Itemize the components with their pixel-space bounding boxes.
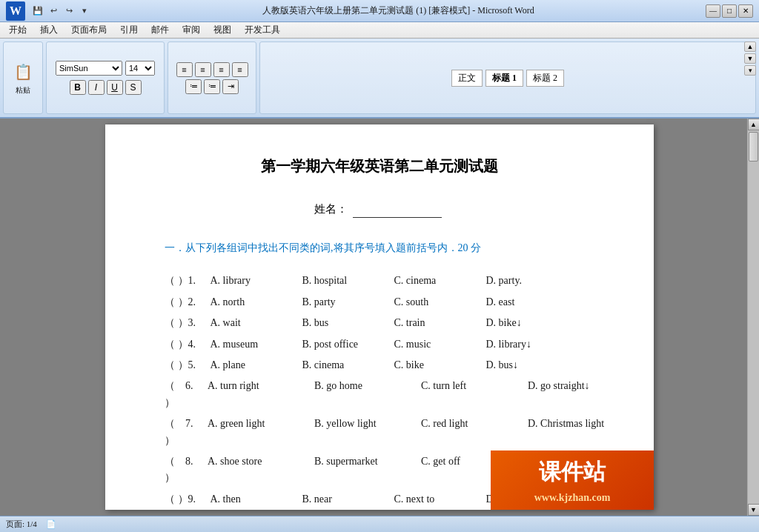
quick-access-toolbar: 💾 ↩ ↪ ▾ <box>31 4 91 18</box>
q8-paren: （ ） <box>165 453 185 487</box>
q1-c: C. cinema <box>394 273 483 289</box>
ribbon-right-controls: ▲ ▼ ▾ <box>744 41 756 76</box>
menu-page-layout[interactable]: 页面布局 <box>65 22 113 38</box>
spacer-3 <box>165 262 594 273</box>
strikethrough-button[interactable]: S <box>125 80 142 95</box>
vertical-scrollbar[interactable]: ▲ ▼ <box>747 119 759 516</box>
status-bar: 页面: 1/4 📄 <box>0 516 759 532</box>
q4-d: D. library↓ <box>486 336 575 353</box>
q9-c: C. next to <box>394 491 483 508</box>
q4-paren: （ ） <box>165 336 188 353</box>
spacer-2 <box>165 230 594 240</box>
q2-b: B. party <box>302 294 391 310</box>
menu-view[interactable]: 视图 <box>208 22 237 38</box>
underline-button[interactable]: U <box>107 80 123 95</box>
heading1-style[interactable]: 标题 1 <box>485 70 523 87</box>
name-label: 姓名： <box>314 203 348 215</box>
scroll-track[interactable] <box>748 130 759 504</box>
q1-b: B. hospital <box>302 273 391 289</box>
q2-paren: （ ） <box>165 294 188 310</box>
font-family-select[interactable]: SimSun <box>56 61 122 76</box>
q6-d: D. go straight↓ <box>528 378 632 394</box>
menu-review[interactable]: 审阅 <box>176 22 206 38</box>
redo-qa-btn[interactable]: ↪ <box>62 4 76 18</box>
q3-num: 3. <box>188 315 211 331</box>
q1-d: D. party. <box>486 273 575 289</box>
q7-a: A. green light <box>208 416 311 432</box>
maximize-button[interactable]: □ <box>722 4 737 18</box>
menu-mail[interactable]: 邮件 <box>145 22 175 38</box>
q3-b: B. bus <box>302 315 391 331</box>
ribbon-group-styles: 正文 标题 1 标题 2 <box>259 41 756 114</box>
align-left-button[interactable]: ≡ <box>176 62 193 77</box>
menu-bar: 开始 插入 页面布局 引用 邮件 审阅 视图 开发工具 <box>0 22 759 39</box>
q9-paren: （ ） <box>165 491 188 508</box>
status-doc-icon: 📄 <box>46 519 56 529</box>
ribbon-scroll-down[interactable]: ▼ <box>744 53 756 64</box>
table-row: （ ） 4. A. museum B. post office C. music… <box>165 336 594 353</box>
q4-a: A. museum <box>211 336 299 353</box>
paste-button[interactable]: 📋 粘贴 <box>8 57 38 99</box>
q8-b: B. supermarket <box>314 453 418 470</box>
menu-insert[interactable]: 插入 <box>34 22 64 38</box>
font-size-select[interactable]: 14 <box>125 61 155 76</box>
table-row: （ ） 1. A. library B. hospital C. cinema … <box>165 273 594 289</box>
document-title: 第一学期六年级英语第二单元测试题 <box>165 154 594 178</box>
document-area: 第一学期六年级英语第二单元测试题 姓名： 一．从下列各组词中找出不同类的词,将其… <box>0 119 759 516</box>
ribbon-expand[interactable]: ▾ <box>744 65 756 76</box>
q6-b: B. go home <box>314 378 418 394</box>
bold-button[interactable]: B <box>70 80 86 95</box>
q5-d: D. bus↓ <box>486 357 575 373</box>
q8-num: 8. <box>185 453 208 470</box>
ribbon-group-paragraph: ≡ ≡ ≡ ≡ ≔ ≔ ⇥ <box>168 41 256 114</box>
dropdown-qa-btn[interactable]: ▾ <box>78 4 91 18</box>
ribbon-scroll-up[interactable]: ▲ <box>744 41 756 52</box>
q2-d: D. east <box>486 294 575 310</box>
numbered-list-button[interactable]: ≔ <box>204 79 220 94</box>
q7-num: 7. <box>185 416 208 432</box>
justify-button[interactable]: ≡ <box>232 62 248 77</box>
name-line: 姓名： <box>165 200 594 218</box>
menu-reference[interactable]: 引用 <box>114 22 144 38</box>
q2-num: 2. <box>188 294 211 310</box>
align-center-button[interactable]: ≡ <box>195 62 211 77</box>
watermark-line2: www.kjzhan.com <box>534 490 611 506</box>
q6-a: A. turn right <box>208 378 311 394</box>
q3-choices: A. wait B. bus C. train D. bike↓ <box>211 315 595 331</box>
indent-button[interactable]: ⇥ <box>222 79 239 94</box>
ribbon: 📋 粘贴 SimSun 14 B I U S ≡ ≡ ≡ ≡ ≔ ≔ <box>0 39 759 119</box>
q9-b: B. near <box>302 491 391 508</box>
menu-dev-tools[interactable]: 开发工具 <box>239 22 286 38</box>
q4-choices: A. museum B. post office C. music D. lib… <box>211 336 595 353</box>
q7-choices: A. green light B. yellow light C. red li… <box>208 416 632 432</box>
table-row: （ ） 7. A. green light B. yellow light C.… <box>165 416 594 449</box>
q6-choices: A. turn right B. go home C. turn left D.… <box>208 378 632 394</box>
heading2-style[interactable]: 标题 2 <box>526 70 564 87</box>
q3-paren: （ ） <box>165 315 188 331</box>
q4-c: C. music <box>394 336 483 353</box>
q6-c: C. turn left <box>421 378 525 394</box>
scroll-down-button[interactable]: ▼ <box>748 504 760 516</box>
document-page[interactable]: 第一学期六年级英语第二单元测试题 姓名： 一．从下列各组词中找出不同类的词,将其… <box>105 124 654 510</box>
table-row: （ ） 2. A. north B. party C. south D. eas… <box>165 294 594 310</box>
q4-b: B. post office <box>302 336 391 353</box>
normal-style[interactable]: 正文 <box>451 70 483 87</box>
q5-a: A. plane <box>211 357 299 373</box>
q9-a: A. then <box>211 491 299 508</box>
q7-b: B. yellow light <box>314 416 418 432</box>
scroll-thumb[interactable] <box>749 132 758 162</box>
ribbon-group-clipboard: 📋 粘贴 <box>3 41 43 114</box>
close-button[interactable]: ✕ <box>738 4 753 18</box>
bullet-list-button[interactable]: ≔ <box>185 79 202 94</box>
q6-num: 6. <box>185 378 208 394</box>
save-qa-btn[interactable]: 💾 <box>31 4 44 18</box>
undo-qa-btn[interactable]: ↩ <box>47 4 60 18</box>
scroll-up-button[interactable]: ▲ <box>748 119 760 130</box>
minimize-button[interactable]: — <box>706 4 720 18</box>
italic-button[interactable]: I <box>88 80 105 95</box>
menu-start[interactable]: 开始 <box>3 22 33 38</box>
watermark: 课件站 www.kjzhan.com <box>491 450 654 510</box>
q2-choices: A. north B. party C. south D. east <box>211 294 595 310</box>
q1-num: 1. <box>188 273 211 289</box>
align-right-button[interactable]: ≡ <box>213 62 230 77</box>
